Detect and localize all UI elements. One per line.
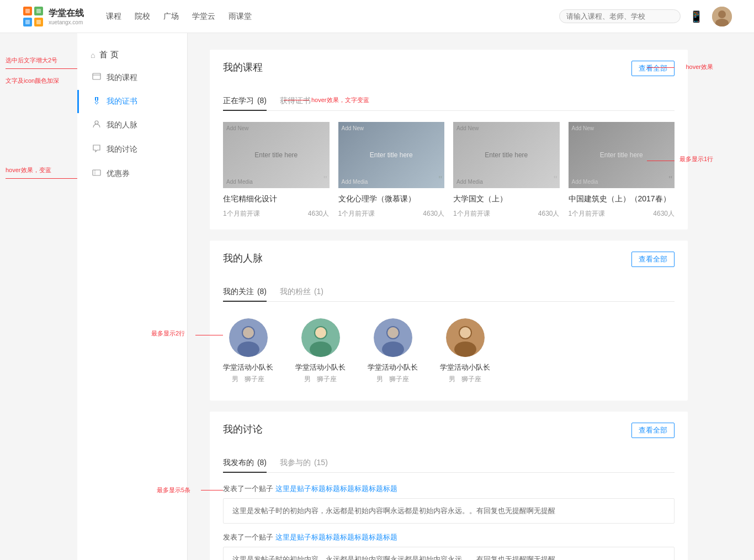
logo-name: 学堂在线 [49, 8, 84, 19]
main-nav: 课程 院校 广场 学堂云 雨课堂 [106, 12, 252, 22]
my-network-section: 我的人脉 查看全部 我的关注 (8) 我的粉丝 (1) [210, 241, 688, 401]
person-meta-3: 男 狮子座 [376, 375, 408, 384]
course-thumb-2: Add New Enter title here Add Media " [338, 122, 445, 188]
header-icons: 📱 [689, 7, 732, 26]
logo[interactable]: 学堂在线 xuetangx.com [22, 6, 84, 28]
quotes-3: " [554, 174, 557, 186]
courses-title: 我的课程 [223, 61, 263, 74]
svg-point-13 [95, 121, 98, 124]
sidebar-my-courses-label: 我的课程 [107, 73, 137, 83]
my-courses-section: 我的课程 查看全部 hover效果 正在学习 (8) 获得证书 hover效果，… [210, 50, 688, 230]
enter-title-1: Enter title here [254, 151, 298, 159]
course-name-2: 文化心理学（微慕课） [338, 194, 445, 205]
max-rows-anno-line [647, 161, 675, 161]
tab-studying[interactable]: 正在学习 (8) [223, 92, 267, 110]
svg-point-23 [315, 327, 326, 338]
network-max-rows-line [195, 335, 223, 335]
logo-icon [22, 6, 44, 28]
sidebar-home[interactable]: ⌂ 首 页 [77, 44, 187, 66]
nav-rain[interactable]: 雨课堂 [229, 12, 252, 22]
sidebar-annotations: 选中后文字增大2号 文字及icon颜色加深 hover效果，变蓝 [0, 33, 77, 560]
sidebar-item-my-courses[interactable]: 我的课程 [77, 66, 187, 90]
courses-view-all-button[interactable]: 查看全部 [631, 61, 675, 76]
discussion-link-2[interactable]: 这里是贴子标题标题标题标题标题标题 [275, 533, 397, 541]
main-content: 我的课程 查看全部 hover效果 正在学习 (8) 获得证书 hover效果，… [188, 33, 710, 560]
tab-following[interactable]: 我的关注 (8) [223, 282, 267, 301]
svg-point-22 [310, 342, 332, 357]
person-card-2[interactable]: 学堂活动小队长 男 狮子座 [295, 318, 346, 384]
course-name-1: 住宅精细化设计 [223, 194, 330, 205]
tab-participated[interactable]: 我参与的 (15) [280, 454, 328, 472]
enter-title-2: Enter title here [370, 151, 413, 159]
nav-courses[interactable]: 课程 [106, 12, 121, 22]
course-card-2[interactable]: Add New Enter title here Add Media " 文化心… [338, 122, 445, 218]
anno-line-1 [6, 68, 77, 69]
discussion-link-1[interactable]: 这里是贴子标题标题标题标题标题标题 [275, 484, 397, 493]
search-box[interactable] [559, 9, 681, 23]
sidebar-item-my-cert[interactable]: 🎖 我的证书 [77, 90, 187, 113]
course-time-3: 1个月前开课 [453, 209, 490, 218]
person-name-2: 学堂活动小队长 [295, 362, 346, 372]
course-card-3[interactable]: Add New Enter title here Add Media " 大学国… [453, 122, 560, 218]
person-avatar-1 [229, 318, 268, 357]
course-meta-1: 1个月前开课 4630人 [223, 209, 330, 218]
svg-point-18 [237, 342, 259, 357]
person-card-4[interactable]: 学堂活动小队长 男 狮子座 [440, 318, 490, 384]
add-media-3: Add Media [456, 179, 483, 185]
anno-text-2: 文字及icon颜色加深 [6, 76, 77, 87]
mobile-icon[interactable]: 📱 [689, 10, 703, 23]
discussion-icon [92, 144, 101, 155]
right-spacer [710, 33, 754, 560]
discussion-item-2: 发表了一个贴子 这里是贴子标题标题标题标题标题标题 这里是发帖子时的初始内容，永… [223, 532, 675, 560]
person-avatar-4 [446, 318, 485, 357]
discussion-view-all-button[interactable]: 查看全部 [631, 423, 675, 438]
tab-anno-line [284, 100, 309, 100]
add-new-2: Add New [342, 125, 364, 131]
sidebar-my-network-label: 我的人脉 [107, 120, 137, 130]
course-count-3: 4630人 [538, 209, 560, 218]
add-media-1: Add Media [226, 179, 253, 185]
quotes-2: " [439, 174, 442, 186]
course-time-1: 1个月前开课 [223, 209, 260, 218]
svg-point-26 [382, 342, 404, 357]
course-time-2: 1个月前开课 [338, 209, 375, 218]
add-new-3: Add New [456, 125, 479, 131]
tab-followers[interactable]: 我的粉丝 (1) [280, 282, 323, 301]
person-card-3[interactable]: 学堂活动小队长 男 狮子座 [368, 318, 418, 384]
course-thumb-1: Add New Enter title here Add Media " [223, 122, 330, 188]
sidebar: ⌂ 首 页 我的课程 🎖 我的证书 我的人脉 我的讨论 [77, 33, 188, 560]
add-media-4: Add Media [572, 179, 598, 185]
view-all-hover-annotation: hover效果 [686, 63, 713, 71]
people-cards: 学堂活动小队长 男 狮子座 学堂活动小队长 男 [223, 313, 675, 390]
tab-certified[interactable]: 获得证书 [280, 92, 311, 110]
discussion-posts: 最多显示5条 发表了一个贴子 这里是贴子标题标题标题标题标题标题 这里是发帖子时… [223, 484, 675, 560]
discussion-tabs: 我发布的 (8) 我参与的 (15) [223, 454, 675, 473]
network-section-header: 我的人脉 查看全部 [223, 252, 675, 274]
network-tabs: 我的关注 (8) 我的粉丝 (1) [223, 282, 675, 302]
discussion-content-1: 这里是发帖子时的初始内容，永远都是初始内容啊永远都是初始内容永远。。有回复也无提… [223, 498, 675, 524]
course-meta-3: 1个月前开课 4630人 [453, 209, 560, 218]
sidebar-item-coupon[interactable]: 优惠券 [77, 162, 187, 186]
network-view-all-button[interactable]: 查看全部 [631, 252, 675, 267]
person-card-1[interactable]: 学堂活动小队长 男 狮子座 [223, 318, 273, 384]
user-avatar[interactable] [712, 7, 732, 26]
nav-cloud[interactable]: 学堂云 [192, 12, 215, 22]
discussion-header-2: 发表了一个贴子 这里是贴子标题标题标题标题标题标题 [223, 532, 675, 542]
nav-schools[interactable]: 院校 [135, 12, 150, 22]
svg-point-9 [718, 10, 726, 18]
sidebar-item-my-network[interactable]: 我的人脉 [77, 113, 187, 137]
avatar-image [712, 7, 732, 26]
logo-text: 学堂在线 xuetangx.com [49, 8, 84, 25]
add-new-1: Add New [226, 125, 249, 131]
nav-square[interactable]: 广场 [163, 12, 179, 22]
course-card-1[interactable]: Add New Enter title here Add Media " 住宅精… [223, 122, 330, 218]
person-meta-1: 男 狮子座 [232, 375, 264, 384]
discussion-header-1: 发表了一个贴子 这里是贴子标题标题标题标题标题标题 [223, 484, 675, 494]
course-time-4: 1个月前开课 [569, 209, 606, 218]
course-card-4[interactable]: Add New Enter title here Add Media " 中国建… [569, 122, 675, 218]
anno-cert-hover: hover效果，变蓝 [6, 165, 77, 176]
search-input[interactable] [566, 12, 673, 20]
sidebar-item-my-discussion[interactable]: 我的讨论 [77, 137, 187, 162]
person-avatar-3 [374, 318, 412, 357]
tab-posted[interactable]: 我发布的 (8) [223, 454, 267, 472]
